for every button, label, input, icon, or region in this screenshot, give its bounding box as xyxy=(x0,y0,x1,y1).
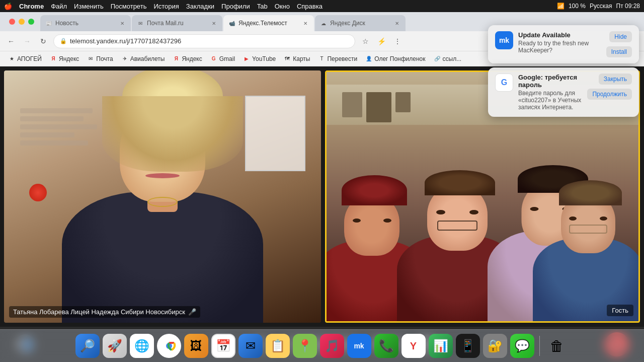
right-p4-glasses xyxy=(569,225,607,234)
menu-tab[interactable]: Tab xyxy=(257,3,268,10)
notification-mackeeper-title: Update Available xyxy=(518,31,601,39)
language-indicator: Русская xyxy=(590,3,612,10)
apple-menu[interactable]: 🍎 xyxy=(4,3,12,10)
left-video-wall-object xyxy=(29,184,47,201)
tab-close-telemost[interactable]: ✕ xyxy=(302,20,309,27)
bookmark-button[interactable]: ☆ xyxy=(359,35,371,47)
secure-icon: 🔒 xyxy=(60,38,67,44)
dock-facetime[interactable]: 📞 xyxy=(374,334,398,358)
menu-help[interactable]: Справка xyxy=(297,3,323,10)
notification-mackeeper-hide-button[interactable]: Hide xyxy=(609,31,632,42)
dock-safari[interactable]: 🌐 xyxy=(130,334,154,358)
menu-edit[interactable]: Изменить xyxy=(74,3,104,10)
right-p1-eyes xyxy=(353,219,391,223)
menu-bar-right: 📶 100 % Русская Пт 09:28 xyxy=(557,3,640,10)
dock-music[interactable]: 🎵 xyxy=(320,334,344,358)
wifi-icon: 📶 xyxy=(557,3,565,10)
left-video-text-bg xyxy=(20,108,111,169)
menu-button[interactable]: ⋮ xyxy=(391,35,404,47)
bookmark-pochta[interactable]: ✉ Почта xyxy=(84,54,116,63)
right-participant-name: Гость xyxy=(612,307,628,314)
bookmark-favicon-perevesti: T xyxy=(318,55,325,62)
bookmark-gmail[interactable]: G Gmail xyxy=(207,54,238,63)
dock-keychain[interactable]: 🔐 xyxy=(483,334,507,358)
menu-file[interactable]: Файл xyxy=(51,3,67,10)
bookmark-yandex1[interactable]: Я Яндекс xyxy=(47,54,82,63)
dock-photos[interactable]: 🖼 xyxy=(184,334,208,358)
notification-mackeeper: mk Update Available Ready to try the fre… xyxy=(488,25,639,63)
forward-button[interactable]: → xyxy=(21,35,33,47)
tab-close-disk[interactable]: ✕ xyxy=(393,20,400,27)
right-p2-hair xyxy=(425,170,495,195)
left-mic-icon: 🎤 xyxy=(188,308,196,316)
tab-telemost[interactable]: 📹 Яндекс.Телемост ✕ xyxy=(223,15,314,31)
menu-history[interactable]: История xyxy=(153,3,179,10)
tab-favicon-mail: ✉ xyxy=(137,20,144,27)
url-bar[interactable]: 🔒 telemost.yandex.ru/j/17707182437296 xyxy=(53,34,355,48)
notification-google-body: Введите пароль для «cituo2207» в Учетных… xyxy=(518,90,582,111)
bookmark-perevesti[interactable]: T Перевести xyxy=(315,54,360,63)
notification-google-content: Google: требуется пароль Введите пароль … xyxy=(518,74,582,111)
dock-mackeeper[interactable]: mk xyxy=(347,334,371,358)
notification-google: G Google: требуется пароль Введите парол… xyxy=(488,67,639,117)
tab-favicon-telemost: 📹 xyxy=(228,20,235,27)
notification-google-continue-button[interactable]: Продолжить xyxy=(587,89,632,100)
dock-finder[interactable]: 🔎 xyxy=(75,334,100,358)
app-name[interactable]: Chrome xyxy=(19,3,44,10)
tab-label-mail: Почта Mail.ru xyxy=(147,20,184,27)
left-person-lips xyxy=(145,173,180,178)
right-video-people xyxy=(327,170,638,321)
bookmark-oleg[interactable]: 👤 Олег Понфиленок xyxy=(362,54,428,63)
maximize-window-button[interactable] xyxy=(28,19,34,25)
dock-trash[interactable]: 🗑 xyxy=(545,334,569,358)
tab-favicon-novost: 📰 xyxy=(45,20,52,27)
bookmark-youtube[interactable]: ▶ YouTube xyxy=(240,54,279,63)
close-window-button[interactable] xyxy=(9,19,15,25)
menu-profiles[interactable]: Профили xyxy=(221,3,250,10)
dock-numbers[interactable]: 📊 xyxy=(429,334,453,358)
reload-button[interactable]: ↻ xyxy=(37,35,49,47)
notification-google-actions: Закрыть Продолжить xyxy=(587,74,632,100)
bookmark-avia[interactable]: ✈ Авиабилеты xyxy=(118,54,168,63)
notification-google-close-button[interactable]: Закрыть xyxy=(599,74,632,85)
shelf-item-3 xyxy=(395,92,411,112)
notification-mackeeper-install-button[interactable]: Install xyxy=(606,46,632,57)
shelf-item-2 xyxy=(366,92,391,122)
dock-notes[interactable]: 📋 xyxy=(266,334,290,358)
bookmark-favicon-links: 🔗 xyxy=(434,55,441,62)
menu-view[interactable]: Посмотреть xyxy=(111,3,147,10)
right-p4-hair xyxy=(559,180,622,205)
back-button[interactable]: ← xyxy=(5,35,17,47)
tab-novost[interactable]: 📰 Новость ✕ xyxy=(40,15,131,31)
menu-bookmarks[interactable]: Закладки xyxy=(186,3,214,10)
video-left: Татьяна Лобарева Лицей Надежда Сибири Но… xyxy=(4,70,321,323)
left-participant-name: Татьяна Лобарева Лицей Надежда Сибири Но… xyxy=(13,308,185,316)
left-video-content xyxy=(4,70,321,323)
tab-disk[interactable]: ☁ Яндекс Диск ✕ xyxy=(315,15,406,31)
dock-messages[interactable]: 💬 xyxy=(510,334,534,358)
left-participant-name-overlay: Татьяна Лобарева Лицей Надежда Сибири Но… xyxy=(9,306,200,318)
tab-close-mail[interactable]: ✕ xyxy=(210,20,217,27)
dock-calendar[interactable]: 📅 xyxy=(211,334,235,358)
dock-iphone-mirroring[interactable]: 📱 xyxy=(456,334,480,358)
bookmark-yandex2[interactable]: Я Яндекс xyxy=(170,54,205,63)
menu-window[interactable]: Окно xyxy=(275,3,290,10)
dock-yandex[interactable]: Y xyxy=(401,334,426,358)
dock-maps[interactable]: 📍 xyxy=(293,334,317,358)
tab-close-novost[interactable]: ✕ xyxy=(119,20,126,27)
bookmark-karty[interactable]: 🗺 Карты xyxy=(281,54,313,63)
notification-mackeeper-actions: Hide Install xyxy=(606,31,632,57)
dock-chrome[interactable] xyxy=(157,334,181,358)
extensions-button[interactable]: ⚡ xyxy=(375,35,387,47)
tab-mail[interactable]: ✉ Почта Mail.ru ✕ xyxy=(132,15,222,31)
bookmark-favicon-avia: ✈ xyxy=(121,55,128,62)
bookmark-favicon-yandex2: Я xyxy=(173,55,180,62)
tab-favicon-disk: ☁ xyxy=(320,20,327,27)
dock-launchpad[interactable]: 🚀 xyxy=(103,334,127,358)
shelf-item-1 xyxy=(342,92,362,117)
bookmark-apoget[interactable]: ★ АПОГЕЙ xyxy=(5,54,45,63)
right-p2-eyes xyxy=(436,210,478,214)
dock-mail[interactable]: ✉ xyxy=(238,334,263,358)
bookmark-links[interactable]: 🔗 ссыл... xyxy=(431,54,465,63)
minimize-window-button[interactable] xyxy=(19,19,25,25)
